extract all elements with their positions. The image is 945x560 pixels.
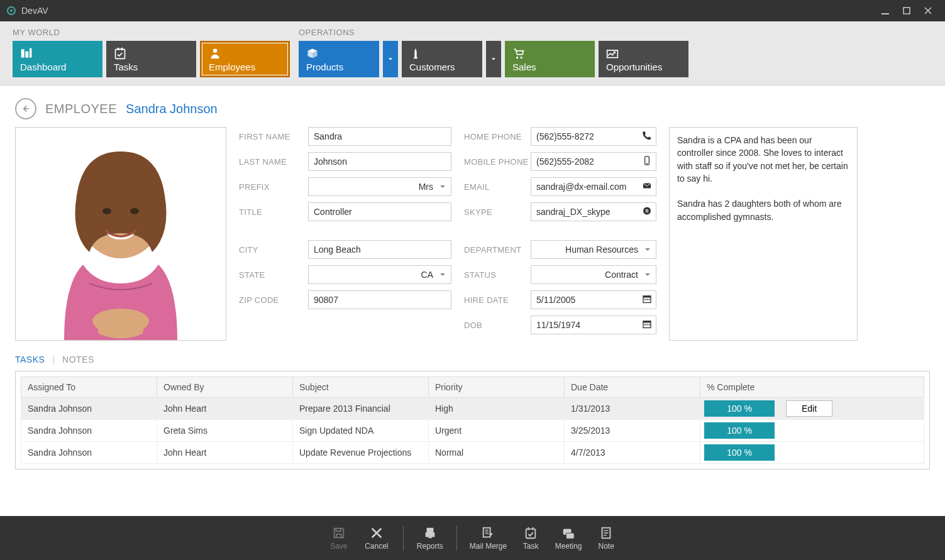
calendar-icon: [642, 294, 652, 306]
table-row[interactable]: Sandra Johnson Greta Sims Sign Updated N…: [21, 420, 924, 442]
pct-badge: 100 %: [704, 400, 775, 417]
mobile-phone-label: MOBILE PHONE: [464, 157, 531, 167]
tile-employees-label: Employees: [209, 62, 281, 72]
task-button[interactable]: Task: [517, 526, 544, 551]
prefix-select[interactable]: Mrs: [308, 177, 451, 196]
close-button[interactable]: [917, 0, 939, 21]
svg-rect-38: [526, 529, 536, 538]
employee-notes-box[interactable]: Sandra is a CPA and has been our control…: [669, 127, 858, 341]
col-owned[interactable]: Owned By: [157, 377, 293, 398]
mobile-phone-input[interactable]: (562)555-2082: [531, 152, 656, 171]
first-name-input[interactable]: Sandra: [308, 127, 451, 146]
tasks-icon: [114, 47, 189, 60]
col-priority[interactable]: Priority: [429, 377, 565, 398]
tile-sales[interactable]: Sales: [505, 41, 595, 77]
city-input[interactable]: Long Beach: [308, 240, 451, 259]
cell-priority: Normal: [429, 442, 565, 464]
home-phone-input[interactable]: (562)555-8272: [531, 127, 656, 146]
chevron-down-icon: [644, 270, 651, 280]
mailmerge-button[interactable]: Mail Merge: [470, 526, 507, 551]
meeting-button[interactable]: Meeting: [555, 526, 582, 551]
svg-rect-9: [121, 47, 123, 50]
department-select[interactable]: Human Resources: [531, 240, 656, 259]
skype-input[interactable]: sandraj_DX_skypeS: [531, 202, 656, 221]
save-label: Save: [330, 542, 347, 551]
table-row[interactable]: Sandra Johnson John Heart Update Revenue…: [21, 442, 924, 464]
reports-button[interactable]: Reports: [416, 526, 444, 551]
meeting-label: Meeting: [555, 542, 582, 551]
first-name-label: FIRST NAME: [239, 132, 308, 141]
save-button[interactable]: Save: [325, 526, 353, 551]
content-area: EMPLOYEE Sandra Johnson FIRST NAMESandra…: [0, 85, 945, 516]
employee-photo: [15, 127, 226, 341]
title-input[interactable]: Controller: [308, 202, 451, 221]
cancel-button[interactable]: Cancel: [363, 526, 390, 551]
cell-priority: High: [429, 398, 565, 420]
svg-rect-40: [533, 527, 534, 530]
state-label: STATE: [239, 270, 308, 280]
tab-notes[interactable]: NOTES: [62, 354, 94, 365]
svg-rect-8: [118, 47, 119, 50]
zip-input[interactable]: 90807: [308, 290, 451, 309]
dob-input[interactable]: 11/15/1974: [531, 316, 656, 334]
task-label: Task: [523, 542, 539, 551]
page-title: EMPLOYEE: [45, 102, 117, 116]
tasks-grid: Assigned To Owned By Subject Priority Du…: [15, 371, 930, 469]
svg-rect-25: [643, 296, 651, 298]
tile-dashboard[interactable]: Dashboard: [13, 41, 102, 77]
last-name-label: LAST NAME: [239, 157, 308, 167]
app-logo-icon: [6, 6, 16, 16]
svg-rect-3: [904, 8, 910, 14]
col-assigned[interactable]: Assigned To: [21, 377, 157, 398]
note-button[interactable]: Note: [592, 526, 620, 551]
svg-point-10: [213, 48, 218, 53]
form-column-1: FIRST NAMESandra LAST NAMEJohnson PREFIX…: [239, 127, 451, 341]
col-pct[interactable]: % Complete: [700, 377, 924, 398]
cell-owned: Greta Sims: [157, 420, 293, 442]
tile-products-dropdown[interactable]: [383, 41, 398, 77]
svg-rect-39: [528, 527, 529, 530]
email-input[interactable]: sandraj@dx-email.com: [531, 177, 656, 196]
svg-rect-34: [426, 527, 433, 532]
tile-customers[interactable]: Customers: [402, 41, 482, 77]
app-title: DevAV: [21, 6, 48, 16]
skype-label: SKYPE: [464, 207, 531, 217]
tile-employees[interactable]: Employees: [200, 41, 290, 77]
col-due[interactable]: Due Date: [565, 377, 700, 398]
page-subtitle: Sandra Johnson: [126, 102, 218, 116]
hire-date-input[interactable]: 5/11/2005: [531, 290, 656, 309]
svg-rect-7: [116, 49, 125, 58]
tile-products[interactable]: Products: [299, 41, 379, 77]
form-column-2: HOME PHONE(562)555-8272 MOBILE PHONE(562…: [464, 127, 656, 341]
chevron-down-icon: [644, 244, 651, 255]
prefix-label: PREFIX: [239, 182, 308, 192]
table-row[interactable]: Sandra Johnson John Heart Prepare 2013 F…: [21, 398, 924, 420]
detail-tabs: TASKS | NOTES: [15, 354, 930, 365]
back-button[interactable]: [15, 98, 36, 119]
bottombar: Save Cancel Reports Mail Merge Task Meet…: [0, 516, 945, 560]
state-select[interactable]: CA: [308, 265, 451, 284]
tab-tasks[interactable]: TASKS: [15, 354, 45, 365]
tile-customers-dropdown[interactable]: [486, 41, 501, 77]
phone-icon: [642, 131, 652, 143]
status-select[interactable]: Contract: [531, 265, 656, 284]
svg-rect-27: [646, 299, 648, 300]
email-icon: [642, 181, 652, 193]
svg-rect-6: [30, 48, 31, 57]
skype-icon: S: [642, 206, 652, 218]
customers-icon: [409, 47, 475, 60]
last-name-input[interactable]: Johnson: [308, 152, 451, 171]
tile-tasks[interactable]: Tasks: [106, 41, 196, 77]
mailmerge-label: Mail Merge: [470, 542, 507, 551]
maximize-button[interactable]: [896, 0, 917, 21]
tile-opportunities[interactable]: Opportunities: [599, 41, 688, 77]
svg-rect-36: [428, 534, 432, 538]
ribbon-group-operations-label: OPERATIONS: [299, 28, 932, 37]
svg-rect-2: [881, 13, 889, 14]
svg-point-16: [102, 208, 111, 214]
minimize-button[interactable]: [875, 0, 896, 21]
tile-dashboard-label: Dashboard: [20, 62, 95, 72]
pct-badge: 100 %: [704, 422, 775, 439]
edit-button[interactable]: Edit: [786, 400, 832, 417]
col-subject[interactable]: Subject: [293, 377, 429, 398]
